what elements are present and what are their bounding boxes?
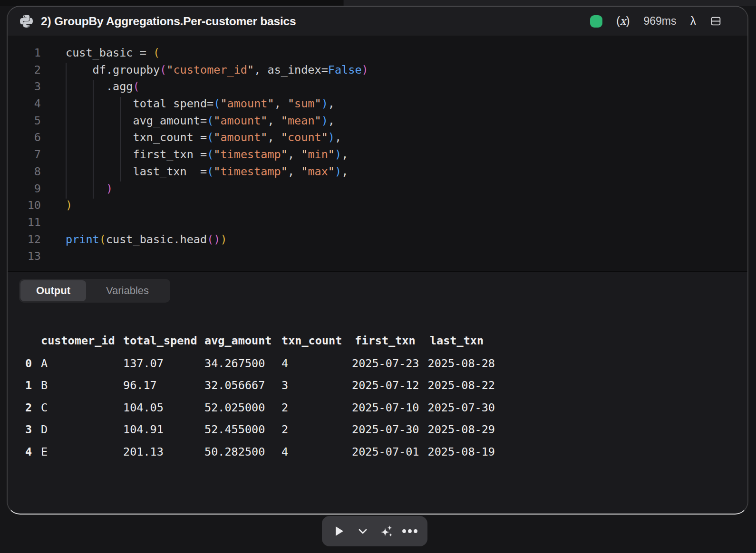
code-line[interactable]: 3 .agg(	[8, 78, 747, 95]
line-number: 4	[8, 95, 41, 113]
execution-duration: 969ms	[643, 15, 676, 28]
lambda-icon[interactable]: λ	[690, 14, 697, 28]
indent-guide	[66, 63, 67, 199]
line-number: 2	[8, 62, 41, 79]
table-cell: 104.91	[123, 419, 204, 441]
code-text: .agg(	[66, 78, 140, 95]
code-text: cust_basic = (	[66, 45, 160, 62]
code-text: )	[66, 197, 72, 214]
line-number: 5	[8, 113, 41, 130]
variables-fx-icon[interactable]: (x)	[616, 15, 630, 28]
code-text: txn_count =("amount", "count"),	[66, 129, 341, 146]
row-index: 4	[25, 441, 41, 463]
chevron-down-icon	[359, 529, 367, 534]
line-number: 13	[8, 248, 41, 265]
table-cell: D	[41, 419, 123, 441]
code-line[interactable]: 10)	[8, 197, 747, 214]
code-editor[interactable]: 1cust_basic = (2 df.groupby("customer_id…	[8, 36, 747, 272]
table-row: 2C104.0552.02500022025-07-102025-07-30	[25, 397, 747, 419]
cell-title[interactable]: 2) GroupBy Aggregations.Per-customer bas…	[41, 15, 590, 28]
code-line[interactable]: 2 df.groupby("customer_id", as_index=Fal…	[8, 62, 747, 79]
tab-variables[interactable]: Variables	[86, 285, 169, 297]
table-cell: 2025-07-23	[352, 353, 418, 375]
table-cell: 3	[281, 374, 352, 397]
row-index: 1	[25, 374, 41, 397]
code-text: df.groupby("customer_id", as_index=False…	[66, 62, 368, 79]
run-options-button[interactable]	[355, 522, 371, 541]
line-number: 9	[8, 181, 41, 198]
run-button[interactable]	[331, 522, 348, 541]
table-cell: 2025-07-12	[352, 374, 418, 397]
code-line[interactable]: 12print(cust_basic.head())	[8, 231, 747, 248]
table-cell: 137.07	[123, 353, 204, 375]
python-icon	[20, 15, 33, 28]
row-index: 3	[25, 419, 41, 441]
more-options-button[interactable]	[402, 522, 418, 541]
table-cell: 52.025000	[204, 397, 281, 419]
column-header: first_txn	[352, 330, 418, 352]
line-number: 8	[8, 163, 41, 181]
output-section: Output Variables customer_idtotal_spenda…	[8, 272, 747, 513]
code-line[interactable]: 7 first_txn =("timestamp", "min"),	[8, 146, 747, 163]
table-cell: 2025-07-10	[352, 397, 418, 419]
line-number: 6	[8, 129, 41, 146]
table-header-row: customer_idtotal_spendavg_amounttxn_coun…	[25, 330, 747, 352]
table-cell: 2025-07-30	[418, 397, 495, 419]
column-header: total_spend	[123, 330, 204, 352]
indent-guide	[120, 97, 121, 181]
line-number: 11	[8, 214, 41, 231]
table-cell: 4	[281, 353, 352, 375]
line-number: 3	[8, 78, 41, 95]
row-index: 2	[25, 397, 41, 419]
line-number: 10	[8, 197, 41, 214]
table-row: 0A137.0734.26750042025-07-232025-08-28	[25, 353, 747, 375]
code-text: first_txn =("timestamp", "min"),	[66, 146, 348, 163]
indent-guide	[93, 80, 94, 199]
table-cell: 2025-08-29	[418, 419, 495, 441]
run-icon	[335, 525, 344, 537]
table-cell: 34.267500	[204, 353, 281, 375]
line-number: 12	[8, 231, 41, 248]
code-line[interactable]: 11	[8, 214, 747, 231]
code-text: total_spend=("amount", "sum"),	[66, 95, 335, 113]
line-number: 1	[8, 45, 41, 62]
run-toolbar	[322, 516, 427, 546]
table-cell: 2025-07-01	[352, 441, 418, 463]
table-cell: 2	[281, 397, 352, 419]
table-row: 1B96.1732.05666732025-07-122025-08-22	[25, 374, 747, 397]
code-line[interactable]: 4 total_spend=("amount", "sum"),	[8, 95, 747, 113]
code-line[interactable]: 8 last_txn =("timestamp", "max"),	[8, 163, 747, 181]
table-cell: 201.13	[123, 441, 204, 463]
ai-assist-button[interactable]	[378, 522, 395, 541]
column-header: txn_count	[281, 330, 352, 352]
code-text: last_txn =("timestamp", "max"),	[66, 163, 348, 181]
screen: 2) GroupBy Aggregations.Per-customer bas…	[0, 0, 756, 553]
column-header: customer_id	[41, 330, 123, 352]
ellipsis-icon	[402, 529, 418, 534]
column-header: avg_amount	[204, 330, 281, 352]
code-line[interactable]: 6 txn_count =("amount", "count"),	[8, 129, 747, 146]
notebook-cell: 2) GroupBy Aggregations.Per-customer bas…	[7, 6, 748, 515]
table-cell: 4	[281, 441, 352, 463]
line-number: 7	[8, 146, 41, 163]
table-cell: B	[41, 374, 123, 397]
code-line[interactable]: 1cust_basic = (	[8, 45, 747, 62]
split-pane-icon[interactable]	[710, 15, 722, 27]
table-cell: 2025-08-19	[418, 441, 495, 463]
code-line[interactable]: 5 avg_amount=("amount", "mean"),	[8, 113, 747, 130]
table-cell: 52.455000	[204, 419, 281, 441]
tab-output[interactable]: Output	[20, 280, 86, 301]
table-cell: A	[41, 353, 123, 375]
table-cell: 32.056667	[204, 374, 281, 397]
code-text: )	[66, 181, 113, 198]
dataframe-output: customer_idtotal_spendavg_amounttxn_coun…	[25, 330, 747, 463]
table-cell: 2	[281, 419, 352, 441]
code-line[interactable]: 13	[8, 248, 747, 265]
column-header: last_txn	[418, 330, 495, 352]
code-line[interactable]: 9 )	[8, 181, 747, 198]
table-cell: 2025-08-22	[418, 374, 495, 397]
table-cell: 96.17	[123, 374, 204, 397]
table-cell: 2025-07-30	[352, 419, 418, 441]
header-status-cluster: (x) 969ms λ	[590, 14, 722, 28]
status-indicator	[590, 15, 602, 28]
